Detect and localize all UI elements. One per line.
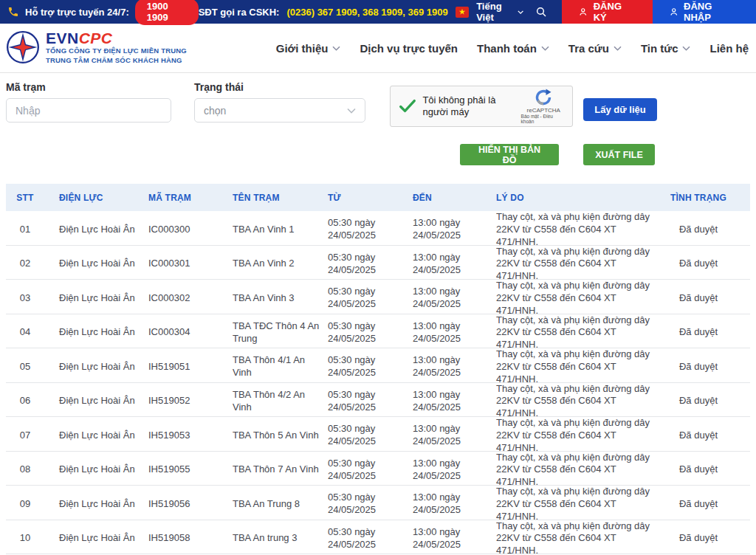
cell-tinh-trang: Đã duyệt: [666, 395, 750, 407]
cell-den: 13:00 ngày 24/05/2025: [406, 354, 489, 379]
nav-item-label: Giới thiệu: [276, 42, 329, 55]
cell-den: 13:00 ngày 24/05/2025: [406, 492, 489, 517]
cell-ten-tram: TBA Thôn 4/2 An Vinh: [225, 389, 321, 414]
nav-item[interactable]: Liên hệ: [709, 42, 749, 55]
hotline-button[interactable]: 1900 1909: [135, 0, 199, 25]
cell-ly-do: Thay cột, xà và phụ kiện đường dây 22KV …: [489, 280, 666, 317]
language-label: Tiếng Việt: [476, 1, 514, 23]
cell-ten-tram: TBA An Vinh 2: [225, 258, 321, 270]
cell-ma-tram: IH519058: [142, 532, 225, 545]
cell-den: 13:00 ngày 24/05/2025: [406, 286, 489, 311]
cell-dien-luc: Điện Lực Hoài Ân: [44, 326, 142, 339]
cell-tinh-trang: Đã duyệt: [666, 258, 750, 270]
table-header-row: STT ĐIỆN LỰC MÃ TRẠM TÊN TRẠM TỪ ĐẾN LÝ …: [6, 184, 750, 211]
lookup-form: Mã trạm Trạng thái chọn Tôi không phải l…: [0, 73, 756, 184]
cell-tu: 05:30 ngày 24/05/2025: [321, 492, 406, 517]
page: Hỗ trợ trực tuyến 24/7: 1900 1909 SĐT gọ…: [0, 0, 756, 555]
user-icon: [578, 7, 588, 17]
cell-ten-tram: TBA An Trung 8: [225, 498, 321, 511]
phone-icon: [7, 6, 19, 18]
table-row: 08 Điện Lực Hoài Ân IH519055 TBA Thôn 7 …: [6, 452, 750, 486]
status-select[interactable]: chọn: [194, 98, 365, 123]
status-selected-value: chọn: [204, 105, 226, 117]
cell-ten-tram: TBA TĐC Thôn 4 An Trung: [225, 320, 321, 345]
nav-item[interactable]: Giới thiệu: [276, 42, 341, 55]
nav-item-label: Liên hệ: [709, 42, 749, 55]
table-row: 07 Điện Lực Hoài Ân IH519053 TBA Thôn 5 …: [6, 417, 750, 452]
cell-stt: 10: [6, 532, 44, 545]
cell-dien-luc: Điện Lực Hoài Ân: [44, 361, 142, 373]
col-header-stt: STT: [6, 193, 44, 203]
cell-stt: 02: [6, 258, 44, 270]
table-row: 01 Điện Lực Hoài Ân IC000300 TBA An Vinh…: [6, 211, 750, 246]
export-file-button[interactable]: XUẤT FILE: [583, 144, 655, 165]
cell-den: 13:00 ngày 24/05/2025: [406, 252, 489, 277]
cell-den: 13:00 ngày 24/05/2025: [406, 423, 489, 448]
recaptcha-links[interactable]: Bảo mật - Điều khoản: [521, 114, 566, 124]
station-code-input[interactable]: [6, 98, 171, 123]
topbar: Hỗ trợ trực tuyến 24/7: 1900 1909 SĐT gọ…: [0, 0, 756, 24]
table-row: 09 Điện Lực Hoài Ân IH519056 TBA An Trun…: [6, 486, 750, 520]
cell-tu: 05:30 ngày 24/05/2025: [321, 458, 406, 483]
cell-ly-do: Thay cột, xà và phụ kiện đường dây 22KV …: [489, 383, 666, 421]
recaptcha-widget[interactable]: Tôi không phải là người máy reCAPTCHA Bả…: [390, 86, 573, 127]
cell-tu: 05:30 ngày 24/05/2025: [321, 252, 406, 277]
cell-dien-luc: Điện Lực Hoài Ân: [44, 395, 142, 407]
station-code-label: Mã trạm: [6, 81, 171, 93]
cell-ten-tram: TBA Thôn 5 An Vinh: [225, 430, 321, 442]
chevron-down-icon: [518, 10, 523, 15]
site-header: EVNCPC TỔNG CÔNG TY ĐIỆN LỰC MIỀN TRUNG …: [0, 24, 756, 73]
recaptcha-logo-icon: [535, 89, 552, 106]
cell-tinh-trang: Đã duyệt: [666, 532, 750, 545]
cell-ma-tram: IH519056: [142, 498, 225, 511]
cell-dien-luc: Điện Lực Hoài Ân: [44, 258, 142, 270]
recaptcha-text: Tôi không phải là người máy: [422, 94, 515, 119]
cell-tinh-trang: Đã duyệt: [666, 463, 750, 476]
col-header-tu: TỪ: [321, 193, 406, 203]
vietnam-flag-icon: [456, 7, 469, 18]
cell-tinh-trang: Đã duyệt: [666, 361, 750, 373]
support-label: Hỗ trợ trực tuyến 24/7:: [25, 7, 129, 18]
nav-item[interactable]: Thanh toán: [477, 42, 549, 55]
checkmark-icon: [398, 97, 416, 116]
cskh-phone-numbers[interactable]: (0236) 367 1909, 368 1909, 369 1909: [286, 7, 447, 18]
register-button[interactable]: ĐĂNG KÝ: [562, 0, 652, 24]
nav-item[interactable]: Tra cứu: [568, 42, 622, 55]
cell-ma-tram: IH519052: [142, 395, 225, 407]
cell-ly-do: Thay cột, xà và phụ kiện đường dây 22KV …: [489, 314, 666, 352]
cell-tu: 05:30 ngày 24/05/2025: [321, 423, 406, 448]
search-icon[interactable]: [531, 6, 551, 18]
status-label: Trạng thái: [194, 81, 365, 93]
cell-dien-luc: Điện Lực Hoài Ân: [44, 430, 142, 442]
cell-ten-tram: TBA An Vinh 1: [225, 224, 321, 236]
cell-ma-tram: IH519051: [142, 361, 225, 373]
cell-tu: 05:30 ngày 24/05/2025: [321, 389, 406, 414]
cell-ten-tram: TBA Thôn 7 An Vinh: [225, 463, 321, 476]
chevron-down-icon: [682, 46, 690, 51]
language-selector[interactable]: Tiếng Việt: [476, 1, 523, 23]
cell-tu: 05:30 ngày 24/05/2025: [321, 354, 406, 379]
col-header-den: ĐẾN: [406, 193, 489, 203]
get-data-button[interactable]: Lấy dữ liệu: [583, 98, 657, 121]
col-header-tinh-trang: TÌNH TRẠNG: [666, 193, 750, 203]
nav-item[interactable]: Tin tức: [641, 42, 691, 55]
cell-ten-tram: TBA Thôn 4/1 An Vinh: [225, 354, 321, 379]
org-line2: TRUNG TÂM CHĂM SÓC KHÁCH HÀNG: [46, 56, 187, 66]
cskh-label: SĐT gọi ra CSKH:: [199, 7, 280, 18]
org-line1: TỔNG CÔNG TY ĐIỆN LỰC MIỀN TRUNG: [46, 46, 187, 56]
table-row: 06 Điện Lực Hoài Ân IH519052 TBA Thôn 4/…: [6, 383, 750, 418]
main-nav: Giới thiệu Dịch vụ trực tuyến Thanh toán…: [276, 42, 749, 55]
cell-stt: 09: [6, 498, 44, 511]
cell-stt: 04: [6, 326, 44, 339]
cell-ly-do: Thay cột, xà và phụ kiện đường dây 22KV …: [489, 520, 666, 555]
show-map-button[interactable]: HIỂN THỊ BẢN ĐỒ: [460, 144, 559, 165]
nav-item[interactable]: Dịch vụ trực tuyến: [360, 42, 458, 55]
login-button[interactable]: ĐĂNG NHẬP: [653, 0, 756, 24]
cell-den: 13:00 ngày 24/05/2025: [406, 458, 489, 483]
cell-ly-do: Thay cột, xà và phụ kiện đường dây 22KV …: [489, 417, 666, 455]
cell-den: 13:00 ngày 24/05/2025: [406, 389, 489, 414]
col-header-ma-tram: MÃ TRẠM: [142, 193, 225, 203]
evncpc-logo[interactable]: EVNCPC TỔNG CÔNG TY ĐIỆN LỰC MIỀN TRUNG …: [6, 30, 187, 66]
cell-tinh-trang: Đã duyệt: [666, 430, 750, 442]
user-icon: [669, 7, 679, 17]
